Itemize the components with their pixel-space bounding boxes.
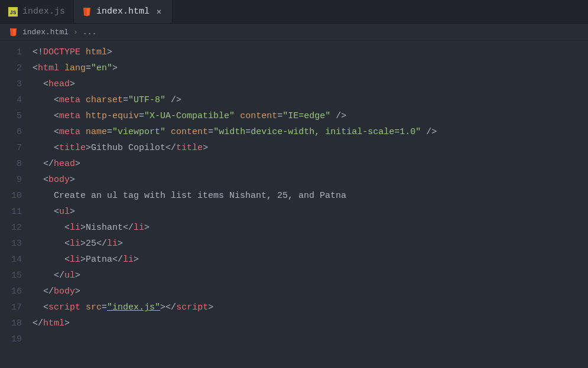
line-number: 7 xyxy=(0,140,22,156)
js-file-icon: JS xyxy=(8,7,18,17)
code-line[interactable]: <li>Patna</li> xyxy=(33,252,588,268)
code-line[interactable]: </ul> xyxy=(33,268,588,284)
code-line[interactable]: <li>25</li> xyxy=(33,236,588,252)
code-editor[interactable]: 12345678910111213141516171819 <!DOCTYPE … xyxy=(0,41,588,347)
line-number: 18 xyxy=(0,315,22,331)
line-number: 13 xyxy=(0,236,22,252)
code-line[interactable]: <meta name="viewport" content="width=dev… xyxy=(33,124,588,140)
code-line[interactable]: <html lang="en"> xyxy=(33,60,588,76)
close-icon[interactable]: ✕ xyxy=(154,7,164,17)
code-line[interactable]: <meta charset="UTF-8" /> xyxy=(33,92,588,108)
line-number: 11 xyxy=(0,204,22,220)
tab-label: index.html xyxy=(96,6,150,17)
code-line[interactable]: <meta http-equiv="X-UA-Compatible" conte… xyxy=(33,108,588,124)
line-number: 15 xyxy=(0,268,22,284)
line-number-gutter: 12345678910111213141516171819 xyxy=(0,44,33,347)
line-number: 1 xyxy=(0,44,22,60)
code-line[interactable]: <script src="index.js"></script> xyxy=(33,299,588,315)
line-number: 5 xyxy=(0,108,22,124)
code-line[interactable]: </html> xyxy=(33,315,588,331)
line-number: 3 xyxy=(0,76,22,92)
breadcrumb-file: index.html xyxy=(22,28,69,37)
line-number: 10 xyxy=(0,188,22,204)
code-line[interactable]: <title>Github Copilot</title> xyxy=(33,140,588,156)
code-line[interactable]: <body> xyxy=(33,172,588,188)
code-content[interactable]: <!DOCTYPE html><html lang="en"> <head> <… xyxy=(33,44,588,347)
line-number: 17 xyxy=(0,299,22,315)
breadcrumb[interactable]: index.html › ... xyxy=(0,24,588,41)
line-number: 4 xyxy=(0,92,22,108)
svg-text:JS: JS xyxy=(10,10,17,16)
tab-label: index.js xyxy=(22,6,65,17)
breadcrumb-separator: › xyxy=(73,28,78,37)
tab-bar: JS index.js index.html ✕ xyxy=(0,0,588,24)
line-number: 9 xyxy=(0,172,22,188)
code-line[interactable]: </body> xyxy=(33,284,588,299)
code-line[interactable]: </head> xyxy=(33,156,588,172)
line-number: 12 xyxy=(0,220,22,236)
line-number: 8 xyxy=(0,156,22,172)
code-line[interactable]: Create an ul tag with list items Nishant… xyxy=(33,188,588,204)
tab-index-html[interactable]: index.html ✕ xyxy=(74,0,173,23)
code-line[interactable] xyxy=(33,331,588,347)
code-line[interactable]: <ul> xyxy=(33,204,588,220)
html-file-icon xyxy=(82,7,92,17)
code-line[interactable]: <!DOCTYPE html> xyxy=(33,44,588,60)
code-line[interactable]: <li>Nishant</li> xyxy=(33,220,588,236)
tab-index-js[interactable]: JS index.js xyxy=(0,0,74,23)
html-file-icon xyxy=(8,27,18,37)
line-number: 19 xyxy=(0,331,22,347)
line-number: 2 xyxy=(0,60,22,76)
code-line[interactable]: <head> xyxy=(33,76,588,92)
line-number: 6 xyxy=(0,124,22,140)
line-number: 16 xyxy=(0,284,22,299)
line-number: 14 xyxy=(0,252,22,268)
breadcrumb-trail: ... xyxy=(83,28,96,37)
